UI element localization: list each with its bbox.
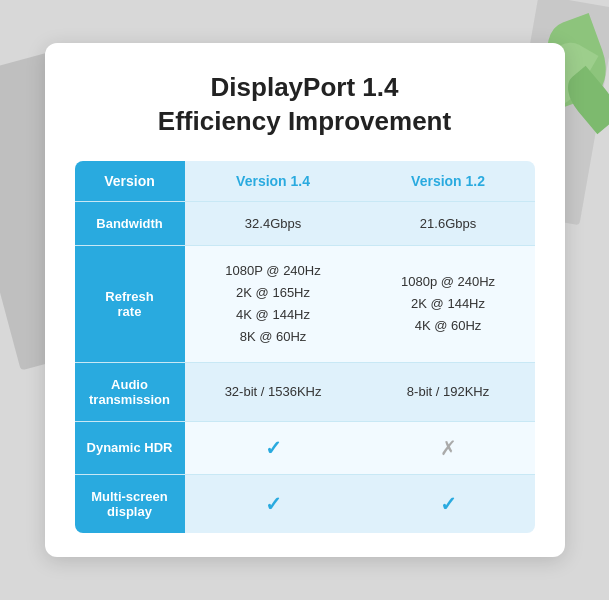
row-v12-audio: 8-bit / 192KHz — [362, 362, 535, 421]
card-title: DisplayPort 1.4 Efficiency Improvement — [75, 71, 535, 139]
title-line1: DisplayPort 1.4 — [211, 72, 399, 102]
table-row: Dynamic HDR ✓ ✗ — [75, 421, 535, 474]
row-v12-refresh-rate: 1080p @ 240Hz2K @ 144Hz4K @ 60Hz — [362, 245, 535, 362]
title-line2: Efficiency Improvement — [158, 106, 451, 136]
table-row: Multi-screendisplay ✓ ✓ — [75, 474, 535, 533]
table-row: Bandwidth 32.4Gbps 21.6Gbps — [75, 201, 535, 245]
check-icon-hdr-v14: ✓ — [265, 437, 282, 459]
row-label-bandwidth: Bandwidth — [75, 201, 185, 245]
row-v14-refresh-rate: 1080P @ 240Hz2K @ 165Hz4K @ 144Hz8K @ 60… — [185, 245, 362, 362]
table-body: Bandwidth 32.4Gbps 21.6Gbps Refreshrate … — [75, 201, 535, 533]
row-v14-hdr: ✓ — [185, 421, 362, 474]
row-v14-bandwidth: 32.4Gbps — [185, 201, 362, 245]
check-icon-multi-v14: ✓ — [265, 493, 282, 515]
table-row: Refreshrate 1080P @ 240Hz2K @ 165Hz4K @ … — [75, 245, 535, 362]
comparison-table: Version Version 1.4 Version 1.2 Bandwidt… — [75, 161, 535, 533]
col-header-v12: Version 1.2 — [362, 161, 535, 202]
col-header-version: Version — [75, 161, 185, 202]
col-header-v14: Version 1.4 — [185, 161, 362, 202]
row-v12-hdr: ✗ — [362, 421, 535, 474]
row-v12-bandwidth: 21.6Gbps — [362, 201, 535, 245]
comparison-card: DisplayPort 1.4 Efficiency Improvement V… — [45, 43, 565, 557]
row-v14-multiscreen: ✓ — [185, 474, 362, 533]
row-label-audio: Audiotransmission — [75, 362, 185, 421]
row-label-refresh-rate: Refreshrate — [75, 245, 185, 362]
row-v14-audio: 32-bit / 1536KHz — [185, 362, 362, 421]
cross-icon-hdr-v12: ✗ — [440, 437, 457, 459]
table-row: Audiotransmission 32-bit / 1536KHz 8-bit… — [75, 362, 535, 421]
row-label-hdr: Dynamic HDR — [75, 421, 185, 474]
leaf-3 — [559, 66, 609, 134]
row-label-multiscreen: Multi-screendisplay — [75, 474, 185, 533]
table-header-row: Version Version 1.4 Version 1.2 — [75, 161, 535, 202]
check-icon-multi-v12: ✓ — [440, 493, 457, 515]
row-v12-multiscreen: ✓ — [362, 474, 535, 533]
